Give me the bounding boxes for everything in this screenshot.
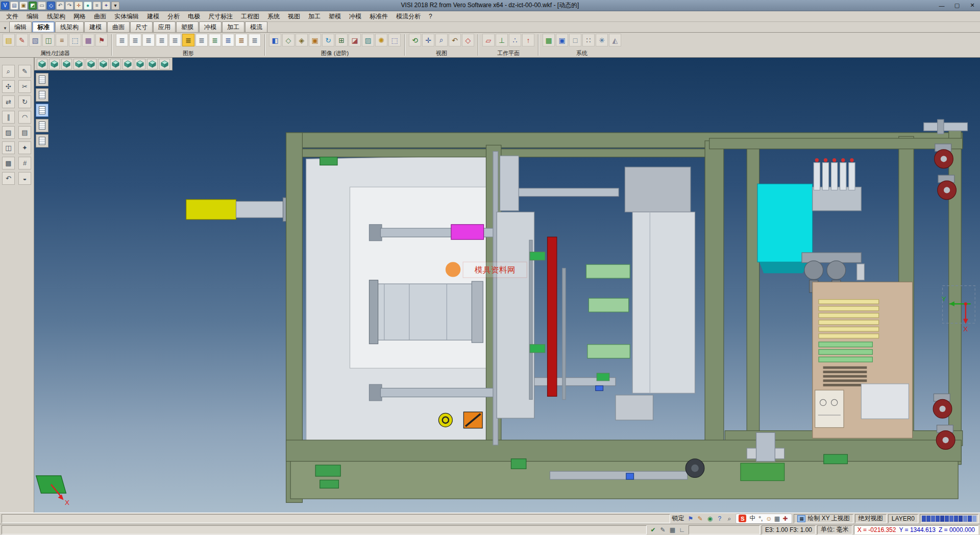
tab-dimension[interactable]: 尺寸 xyxy=(130,21,153,32)
menu-moldflow[interactable]: 模流分析 xyxy=(392,11,425,22)
layers-icon[interactable]: ≡ xyxy=(93,2,101,10)
capture-icon[interactable]: ⬚ xyxy=(388,34,401,46)
ime-lang-icon[interactable]: 中 xyxy=(748,514,756,523)
sogou-logo-icon[interactable]: S xyxy=(739,515,746,522)
menu-view[interactable]: 视图 xyxy=(284,11,304,22)
graphics-recent-icon[interactable]: ≣ xyxy=(249,34,261,46)
attribute-paint-icon[interactable]: ✎ xyxy=(16,34,28,46)
open-file-icon[interactable]: ▣ xyxy=(19,2,28,10)
lighting-icon[interactable]: ✺ xyxy=(375,34,387,46)
close-button[interactable]: ✕ xyxy=(965,0,980,11)
view-iso-nw-icon[interactable] xyxy=(135,59,145,69)
graphics-current-icon[interactable]: ≣ xyxy=(182,34,194,46)
filter-flag-icon[interactable]: ⚑ xyxy=(95,34,108,46)
graphics-open-icon[interactable]: ≣ xyxy=(129,34,141,46)
menu-help[interactable]: ? xyxy=(425,12,436,21)
filter-element-icon[interactable]: ⬚ xyxy=(69,34,81,46)
view-top-icon[interactable] xyxy=(49,59,60,69)
system-pyramid-icon[interactable]: ◭ xyxy=(609,34,621,46)
tab-moldflow[interactable]: 模流 xyxy=(245,21,267,32)
print-icon[interactable]: ▭ xyxy=(38,2,46,10)
system-blank-icon[interactable]: □ xyxy=(569,34,581,46)
redo-icon[interactable]: ↷ xyxy=(65,2,74,10)
menu-dimension[interactable]: 尺寸标注 xyxy=(204,11,237,22)
filter-color-icon[interactable]: ▧ xyxy=(29,34,41,46)
system-snap-icon[interactable]: ✳ xyxy=(596,34,608,46)
graphics-export-icon[interactable]: ≣ xyxy=(209,34,221,46)
tab-wireframe[interactable]: 线架构 xyxy=(55,21,84,32)
hatch-icon[interactable]: ▩ xyxy=(2,157,15,169)
snapshot-1-icon[interactable] xyxy=(36,73,48,86)
filter-layer-icon[interactable]: ≡ xyxy=(56,34,68,46)
workplane-normal-icon[interactable]: ↑ xyxy=(522,34,534,46)
layer-color-strip[interactable] xyxy=(920,514,978,523)
menu-wireframe[interactable]: 线架构 xyxy=(43,11,69,22)
graphics-info-icon[interactable]: ≣ xyxy=(235,34,248,46)
view-previous-icon[interactable]: ↶ xyxy=(449,34,461,46)
trim-icon[interactable]: ✂ xyxy=(18,80,31,93)
tab-overflow-icon[interactable]: ▾ xyxy=(2,26,9,32)
move-icon[interactable]: ✣ xyxy=(2,80,15,93)
machine-3d-model[interactable]: 模具资料网 Y X X xyxy=(34,58,980,513)
graphics-new-icon[interactable]: ≣ xyxy=(116,34,128,46)
menu-mold[interactable]: 塑模 xyxy=(325,11,345,22)
tab-application[interactable]: 应用 xyxy=(153,21,176,32)
view-iso-ne-icon[interactable] xyxy=(122,59,133,69)
view-iso-icon[interactable]: ◇ xyxy=(462,34,474,46)
minimize-button[interactable]: — xyxy=(934,0,949,11)
menu-machining[interactable]: 加工 xyxy=(304,11,325,22)
app-icon[interactable]: V xyxy=(1,2,9,10)
undo-step-icon[interactable]: ↶ xyxy=(2,172,15,185)
measure-icon[interactable]: ✛ xyxy=(75,2,83,10)
pick-filter-icon[interactable]: ✔ xyxy=(648,525,658,534)
system-monitor-icon[interactable]: ▣ xyxy=(556,34,568,46)
view-right-icon[interactable] xyxy=(110,59,121,69)
graphics-save-icon[interactable]: ≣ xyxy=(142,34,155,46)
flag-icon[interactable]: ⚑ xyxy=(685,514,695,523)
tab-surface[interactable]: 曲面 xyxy=(107,21,130,32)
filter-type-icon[interactable]: ◫ xyxy=(42,34,55,46)
help-icon[interactable]: ? xyxy=(715,514,724,523)
cube-view-icon[interactable]: ◇ xyxy=(47,2,55,10)
magnifier-icon[interactable]: ⌕ xyxy=(724,514,734,523)
save-icon[interactable]: ◩ xyxy=(29,2,37,10)
ime-emoji-icon[interactable]: ☺ xyxy=(765,514,773,523)
view-pan-icon[interactable]: ✛ xyxy=(422,34,434,46)
view-rotate-icon[interactable]: ⟲ xyxy=(409,34,421,46)
menu-system[interactable]: 系统 xyxy=(263,11,284,22)
layer-icon[interactable]: ▤ xyxy=(18,126,31,139)
menu-surface[interactable]: 曲面 xyxy=(90,11,110,22)
system-grid-icon[interactable]: ▦ xyxy=(543,34,555,46)
section-view-icon[interactable]: ◪ xyxy=(349,34,361,46)
graphics-import-icon[interactable]: ≣ xyxy=(195,34,208,46)
sphere-icon[interactable]: ● xyxy=(84,2,92,10)
menu-die[interactable]: 冲模 xyxy=(345,11,365,22)
maximize-button[interactable]: ▢ xyxy=(949,0,965,11)
snapshot-4-icon[interactable] xyxy=(36,119,48,132)
graphics-close-icon[interactable]: ≣ xyxy=(169,34,181,46)
menu-mesh[interactable]: 网格 xyxy=(69,11,90,22)
render-icon[interactable]: ▣ xyxy=(309,34,321,46)
tab-machining[interactable]: 加工 xyxy=(222,21,244,32)
undo-icon[interactable]: ↶ xyxy=(56,2,64,10)
shield-icon[interactable]: ◉ xyxy=(705,514,715,523)
tab-standard[interactable]: 标准 xyxy=(32,21,55,32)
draw-mode-icon[interactable]: ✎ xyxy=(658,525,668,534)
menu-file[interactable]: 文件 xyxy=(2,11,22,22)
snapshot-3-icon[interactable] xyxy=(36,104,48,117)
workplane-xy-icon[interactable]: ▱ xyxy=(482,34,495,46)
view-back-icon[interactable] xyxy=(86,59,96,69)
fillet-icon[interactable]: ◠ xyxy=(18,111,31,124)
wireframe-view-icon[interactable]: ◇ xyxy=(282,34,295,46)
shaded-view-icon[interactable]: ◧ xyxy=(269,34,281,46)
dynamic-rotate-icon[interactable]: ↻ xyxy=(322,34,334,46)
filter-solid-icon[interactable]: ▦ xyxy=(82,34,94,46)
tab-modeling[interactable]: 建模 xyxy=(84,21,107,32)
new-doc-icon[interactable]: ▤ xyxy=(10,2,18,10)
menu-standard-parts[interactable]: 标准件 xyxy=(365,11,392,22)
tab-edit[interactable]: 编辑 xyxy=(9,21,32,32)
3d-viewport[interactable]: 模具资料网 Y X X xyxy=(34,58,980,513)
view-zoom-icon[interactable]: ⌕ xyxy=(435,34,448,46)
qat-dropdown-icon[interactable]: ▾ xyxy=(111,2,119,10)
workplane-align-icon[interactable]: ⊥ xyxy=(496,34,508,46)
